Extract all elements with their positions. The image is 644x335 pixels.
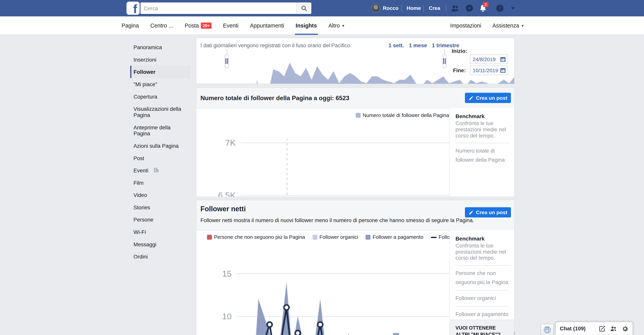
sidebar-item-anteprime-della-pagina[interactable]: Anteprime della Pagina <box>130 121 190 139</box>
sidebar-item-label: Persone <box>134 217 154 223</box>
chat-label: Chat (109) <box>560 326 594 332</box>
caret-down-icon: ▼ <box>521 24 524 28</box>
date-range-card: I dati giornalieri vengono registrati co… <box>196 38 515 84</box>
tab-altro[interactable]: Altro▼ <box>328 16 345 35</box>
nav-assistenza[interactable]: Assistenza▼ <box>492 16 524 35</box>
tab-label: Appuntamenti <box>250 23 284 29</box>
sidebar-item-copertura[interactable]: Copertura <box>130 90 190 103</box>
sidebar-item-label: Anteprime della Pagina <box>134 124 188 136</box>
tab-label: Altro <box>328 23 340 29</box>
create-post-label: Crea un post <box>476 210 507 215</box>
sidebar-item-messaggi[interactable]: Messaggi <box>130 238 190 250</box>
new-message-icon[interactable] <box>599 325 606 332</box>
sidebar-item-label: Video <box>134 192 147 198</box>
divider <box>424 5 424 11</box>
create-post-button[interactable]: Crea un post <box>465 207 511 217</box>
start-date-field[interactable]: 24/8/2019 <box>470 55 508 64</box>
end-date-field[interactable]: 10/11/2019 <box>470 66 508 75</box>
benchmark-title: Benchmark <box>456 236 510 242</box>
range-handle-start[interactable] <box>224 54 229 68</box>
net-followers-description: Follower netti mostra il numero di nuovi… <box>200 217 474 223</box>
calendar-icon <box>500 67 506 74</box>
benchmark-title: Benchmark <box>456 113 510 119</box>
pencil-icon <box>468 95 474 100</box>
range-preset-1-mese[interactable]: 1 mese <box>409 42 427 48</box>
sidebar-item-label: "Mi piace" <box>134 81 157 87</box>
end-date-value: 10/11/2019 <box>470 68 500 73</box>
top-navigation-bar: f Rocco Home Crea 2 ? <box>0 0 644 16</box>
messenger-icon[interactable] <box>465 4 474 12</box>
range-selector-chart[interactable] <box>200 50 514 84</box>
range-handle-end[interactable] <box>442 54 446 68</box>
sidebar-item-ordini[interactable]: Ordini <box>130 250 190 263</box>
tab-label: Pagina <box>122 23 139 29</box>
tab-insights[interactable]: Insights <box>296 16 317 35</box>
chat-dock[interactable]: Chat (109) <box>555 322 633 335</box>
sidebar-item-label: Ordini <box>134 254 148 260</box>
page-tabs-right: ImpostazioniAssistenza▼ <box>450 16 524 35</box>
benchmark-panel: Benchmark Confronta le tue prestazioni m… <box>449 108 514 197</box>
sidebar-item-eventi[interactable]: Eventi <box>130 164 190 177</box>
profile-link[interactable]: Rocco <box>383 5 398 11</box>
benchmark-item[interactable]: Follower organici <box>456 290 510 306</box>
range-presets: 1 sett.1 mese1 trimestre <box>388 42 459 48</box>
facebook-logo[interactable]: f <box>126 1 140 15</box>
sidebar-item-post[interactable]: Post <box>130 152 190 164</box>
tab-label: Centro ... <box>150 23 173 29</box>
create-post-button[interactable]: Crea un post <box>465 93 511 103</box>
sidebar-item-label: Copertura <box>134 93 157 99</box>
net-followers-card: Follower netti Follower netti mostra il … <box>196 200 515 335</box>
friend-requests-icon[interactable] <box>451 4 459 12</box>
get-more-likes-promo[interactable]: VUOI OTTENERE ALTRI "MI PIACE"? <box>449 320 514 335</box>
search-input[interactable] <box>140 2 296 14</box>
sidebar-item-inserzioni[interactable]: Inserzioni <box>130 53 190 66</box>
benchmark-item-label: Follower organici <box>456 295 496 301</box>
tab-label: Eventi <box>223 23 238 29</box>
sidebar-item-label: Messaggi <box>134 241 156 247</box>
search-icon <box>301 5 307 11</box>
tab-eventi[interactable]: Eventi <box>223 16 238 35</box>
sidebar-item-persone[interactable]: Persone <box>130 213 190 226</box>
sidebar-item-label: Inserzioni <box>134 56 156 62</box>
create-link[interactable]: Crea <box>429 5 440 11</box>
sidebar-item-video[interactable]: Video <box>130 189 190 201</box>
sidebar-item-visualizzazioni-della-pagina[interactable]: Visualizzazioni della Pagina <box>130 103 190 121</box>
sidebar-item-mi-piace[interactable]: "Mi piace" <box>130 78 190 90</box>
sidebar-item-stories[interactable]: Stories <box>130 201 190 213</box>
tab-label: Posta <box>185 23 199 29</box>
chat-settings-icon[interactable] <box>622 325 628 332</box>
page-tabs: PaginaCentro ...Posta20+EventiAppuntamen… <box>122 16 345 35</box>
range-preset-1-trimestre[interactable]: 1 trimestre <box>432 42 459 48</box>
nav-impostazioni[interactable]: Impostazioni <box>450 16 482 35</box>
avatar[interactable] <box>371 4 380 13</box>
external-link-icon <box>154 167 159 174</box>
sidebar-item-label: Eventi <box>134 167 148 174</box>
range-preset-1-sett[interactable]: 1 sett. <box>388 42 404 48</box>
benchmark-item[interactable]: Numero totale di follower della Pagina <box>456 143 510 168</box>
total-followers-card: Numero totale di follower della Pagina a… <box>196 87 515 197</box>
tab-pagina[interactable]: Pagina <box>122 16 139 35</box>
net-followers-title: Follower netti <box>200 205 246 213</box>
home-link[interactable]: Home <box>406 5 421 11</box>
sidebar-item-wi-fi[interactable]: Wi-Fi <box>130 226 190 238</box>
facebook-insights-page: f Rocco Home Crea 2 ? Pagi <box>0 0 644 335</box>
tab-posta[interactable]: Posta20+ <box>185 16 212 35</box>
sidebar-item-azioni-sulla-pagina[interactable]: Azioni sulla Pagina <box>130 140 190 152</box>
svg-text:?: ? <box>498 5 501 11</box>
benchmark-item[interactable]: Persone che non seguono più la Pagina <box>456 265 510 290</box>
help-icon[interactable]: ? <box>496 4 504 12</box>
search-button[interactable] <box>296 2 311 14</box>
sidebar-item-film[interactable]: Film <box>130 176 190 189</box>
benchmark-description: Confronta le tue prestazioni medie nel c… <box>456 120 510 143</box>
benchmark-panel: Benchmark Confronta le tue prestazioni m… <box>449 230 514 320</box>
sidebar-item-label: Post <box>134 155 144 161</box>
sidebar-item-follower[interactable]: Follower <box>130 66 190 78</box>
chevron-down-icon[interactable] <box>510 6 518 14</box>
sidebar-item-panoramica[interactable]: Panoramica <box>130 41 190 53</box>
tab-centro[interactable]: Centro ... <box>150 16 173 35</box>
sidebar-item-label: Follower <box>134 69 156 75</box>
sidebar-item-label: Stories <box>134 204 150 210</box>
tab-appuntamenti[interactable]: Appuntamenti <box>250 16 284 35</box>
language-globe-button[interactable] <box>540 324 554 335</box>
add-contact-icon[interactable] <box>610 325 617 332</box>
